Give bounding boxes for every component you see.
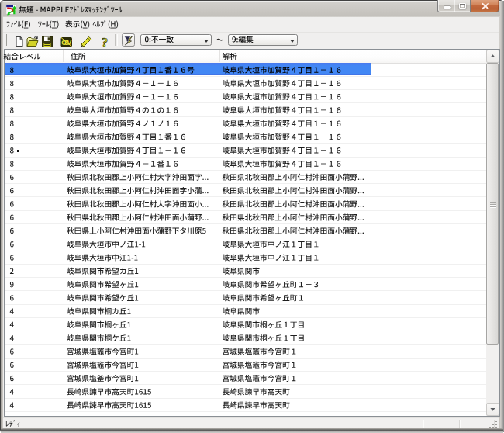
svg-text:?: ? [101,36,108,48]
